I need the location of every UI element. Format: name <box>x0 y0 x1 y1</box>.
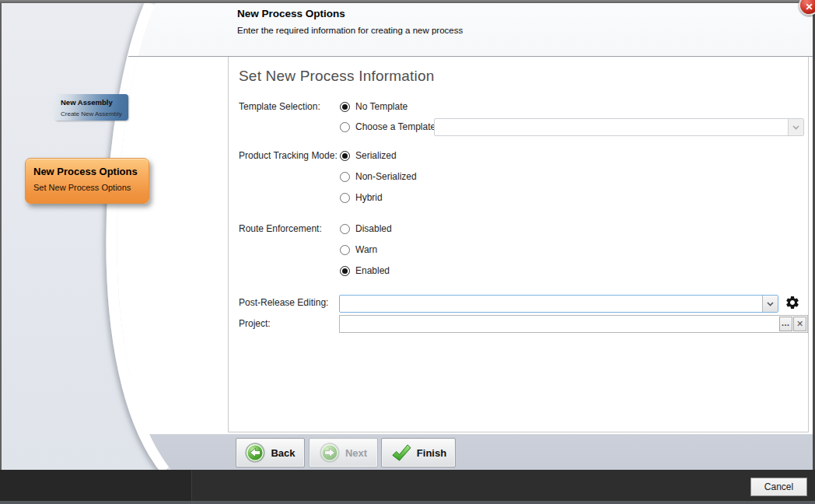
radio-button-icon[interactable] <box>340 193 350 203</box>
radio-enabled[interactable]: Enabled <box>340 264 390 278</box>
window-border-bottom <box>0 501 815 504</box>
next-button-label: Next <box>345 447 367 459</box>
route-enforcement-label: Route Enforcement: <box>239 223 322 234</box>
radio-label: Enabled <box>355 265 390 276</box>
step-subtitle: Set New Process Options <box>33 183 149 192</box>
bottom-bar-divider <box>191 470 192 501</box>
checkmark-icon <box>390 443 411 463</box>
finish-button[interactable]: Finish <box>381 438 456 467</box>
radio-non-serialized[interactable]: Non-Serialized <box>340 170 417 184</box>
page-subtitle: Enter the required information for creat… <box>237 26 463 35</box>
radio-hybrid[interactable]: Hybrid <box>340 191 383 205</box>
radio-button-icon[interactable] <box>340 151 350 161</box>
next-arrow-icon <box>320 443 340 463</box>
project-field[interactable]: … ✕ <box>339 315 808 333</box>
radio-button-icon[interactable] <box>340 266 350 276</box>
finish-button-label: Finish <box>417 447 446 459</box>
radio-label: Hybrid <box>355 192 383 203</box>
radio-button-icon[interactable] <box>340 245 350 255</box>
radio-label: Disabled <box>355 223 392 234</box>
radio-button-icon[interactable] <box>340 102 350 112</box>
post-release-editing-input[interactable] <box>340 296 762 312</box>
bottom-bar-left-segment <box>0 470 191 501</box>
window-border-left <box>0 3 2 470</box>
step-title: New Assembly <box>61 98 128 107</box>
clear-x-icon: ✕ <box>796 319 803 329</box>
project-browse-button[interactable]: … <box>779 317 792 331</box>
chevron-down-icon <box>767 302 774 306</box>
radio-label: Warn <box>355 244 377 255</box>
gear-icon <box>785 295 800 310</box>
radio-disabled[interactable]: Disabled <box>340 222 392 236</box>
radio-no-template[interactable]: No Template <box>340 100 408 114</box>
radio-choose-a-template[interactable]: Choose a Template <box>340 120 435 134</box>
content-panel: Set New Process Information Template Sel… <box>228 57 809 432</box>
cancel-button[interactable]: Cancel <box>750 478 807 496</box>
post-release-editing-dropdown-button[interactable] <box>762 296 778 312</box>
radio-warn[interactable]: Warn <box>340 243 377 257</box>
post-release-editing-settings-button[interactable] <box>784 294 800 310</box>
chevron-down-icon <box>792 125 799 130</box>
template-combobox[interactable] <box>434 118 804 136</box>
bottom-bar <box>0 470 815 501</box>
template-combobox-input[interactable] <box>435 119 788 135</box>
cancel-button-label: Cancel <box>764 481 793 492</box>
next-button[interactable]: Next <box>309 438 378 467</box>
post-release-editing-combobox[interactable] <box>339 295 778 313</box>
back-button[interactable]: Back <box>236 438 305 467</box>
back-arrow-icon <box>245 443 265 463</box>
radio-label: No Template <box>355 101 408 112</box>
radio-button-icon[interactable] <box>340 172 350 182</box>
step-subtitle: Create New Assembly <box>61 110 128 117</box>
window-border-top <box>0 0 815 3</box>
radio-button-icon[interactable] <box>340 122 350 132</box>
template-selection-label: Template Selection: <box>239 101 320 112</box>
radio-label: Choose a Template <box>355 121 435 132</box>
project-clear-button[interactable]: ✕ <box>793 317 806 331</box>
wizard-window: { "window": { "close_glyph": "✕" }, "hea… <box>0 0 815 504</box>
back-button-label: Back <box>271 447 295 459</box>
page-title: New Process Options <box>237 8 345 19</box>
template-combobox-dropdown-button[interactable] <box>788 119 803 135</box>
radio-serialized[interactable]: Serialized <box>340 149 397 163</box>
radio-label: Serialized <box>355 150 397 161</box>
step-title: New Process Options <box>33 166 149 177</box>
radio-button-icon[interactable] <box>340 224 350 234</box>
product-tracking-mode-label: Product Tracking Mode: <box>239 150 338 161</box>
wizard-step-new-assembly: New Assembly Create New Assembly <box>54 94 128 121</box>
project-label: Project: <box>239 318 271 329</box>
post-release-editing-label: Post-Release Editing: <box>239 297 328 308</box>
ellipsis-icon: … <box>782 318 791 327</box>
close-icon: ✕ <box>805 2 813 12</box>
project-input[interactable] <box>341 317 778 331</box>
radio-label: Non-Serialized <box>355 171 417 182</box>
form-heading: Set New Process Information <box>239 68 434 85</box>
wizard-step-new-process-options: New Process Options Set New Process Opti… <box>25 158 149 204</box>
